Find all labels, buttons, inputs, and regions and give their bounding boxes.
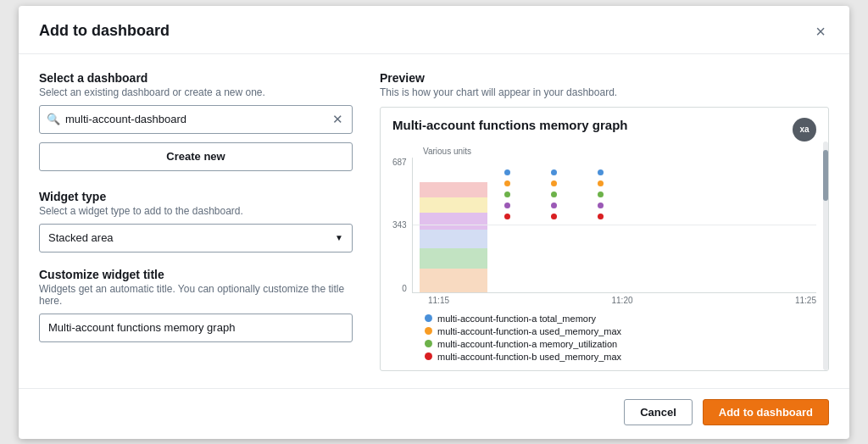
avatar: xa (793, 118, 816, 142)
widget-type-desc: Select a widget type to add to the dashb… (39, 205, 353, 217)
create-new-button[interactable]: Create new (39, 142, 353, 171)
dot (598, 191, 604, 197)
widget-title-input[interactable] (39, 314, 353, 342)
y-axis: 687 343 0 (392, 158, 407, 293)
legend-label-3: multi-account-function-a memory_utilizat… (437, 339, 617, 349)
widget-type-select[interactable]: Stacked area ▼ (39, 224, 353, 253)
legend-label-4: multi-account-function-b used_memory_max (437, 352, 621, 362)
legend-item-2: multi-account-function-a used_memory_max (425, 326, 816, 336)
preview-card-header: Multi-account functions memory graph xa (392, 118, 816, 142)
grid-line-mid (413, 225, 816, 225)
dashboard-search-input[interactable] (65, 113, 331, 125)
customize-title-label: Customize widget title (39, 268, 353, 281)
preview-card: Multi-account functions memory graph xa … (380, 107, 829, 371)
widget-type-label: Widget type (39, 190, 353, 203)
select-dashboard-desc: Select an existing dashboard or create a… (39, 86, 353, 98)
dot (551, 191, 557, 197)
legend-item-3: multi-account-function-a memory_utilizat… (425, 339, 816, 349)
scrollbar-thumb (823, 150, 828, 201)
legend-label-2: multi-account-function-a used_memory_max (437, 326, 621, 336)
right-panel: Preview This is how your chart will appe… (380, 71, 829, 371)
widget-type-section: Widget type Select a widget type to add … (39, 190, 353, 253)
backdrop: Add to dashboard × Select a dashboard Se… (0, 0, 868, 444)
close-button[interactable]: × (812, 21, 829, 42)
dot (504, 214, 510, 219)
dot (598, 203, 604, 208)
dot (598, 169, 604, 175)
dashboard-search-wrapper: 🔍 ✕ (39, 105, 353, 134)
add-to-dashboard-button[interactable]: Add to dashboard (703, 399, 829, 425)
clear-search-button[interactable]: ✕ (331, 112, 345, 127)
x-axis-labels: 11:15 11:20 11:25 (428, 296, 816, 305)
y-tick-bot: 0 (402, 284, 407, 293)
modal-header: Add to dashboard × (19, 6, 849, 54)
dot-group-1 (504, 169, 510, 219)
modal-body: Select a dashboard Select an existing da… (19, 54, 849, 385)
select-dashboard-label: Select a dashboard (39, 71, 353, 85)
dot (598, 180, 604, 186)
legend-dot-1 (425, 314, 432, 322)
dot (551, 203, 557, 208)
customize-title-desc: Widgets get an automatic title. You can … (39, 283, 353, 307)
dot (598, 214, 604, 219)
dot (551, 214, 557, 219)
chart-plot (412, 158, 816, 293)
x-tick-2: 11:20 (611, 296, 632, 305)
preview-label: Preview (380, 71, 829, 85)
chart-area: Various units 687 343 0 (392, 147, 816, 305)
x-tick-1: 11:15 (428, 296, 449, 305)
modal-footer: Cancel Add to dashboard (19, 388, 849, 439)
dropdown-arrow-icon: ▼ (335, 233, 343, 242)
modal-title: Add to dashboard (39, 22, 170, 40)
legend-dot-3 (425, 340, 432, 347)
widget-type-value: Stacked area (48, 231, 335, 244)
legend-label-1: multi-account-function-a total_memory (437, 314, 596, 324)
search-icon: 🔍 (47, 113, 60, 125)
legend-dot-4 (425, 352, 432, 360)
dot (504, 169, 510, 175)
preview-chart-title: Multi-account functions memory graph (392, 118, 628, 132)
cancel-button[interactable]: Cancel (624, 399, 693, 425)
y-axis-label: Various units (423, 147, 816, 156)
modal-dialog: Add to dashboard × Select a dashboard Se… (19, 6, 849, 439)
y-tick-mid: 343 (392, 220, 407, 230)
y-tick-top: 687 (392, 158, 407, 167)
scrollbar[interactable] (823, 142, 828, 370)
dot (504, 191, 510, 197)
x-tick-3: 11:25 (795, 296, 816, 305)
chart-container: 687 343 0 (392, 158, 816, 293)
left-panel: Select a dashboard Select an existing da… (39, 71, 353, 371)
legend-item-1: multi-account-function-a total_memory (425, 314, 816, 324)
legend-dot-2 (425, 327, 432, 335)
dot (551, 169, 557, 175)
dot-group-3 (598, 169, 604, 219)
customize-title-section: Customize widget title Widgets get an au… (39, 268, 353, 342)
dot (504, 203, 510, 208)
dot (551, 180, 557, 186)
dot (504, 180, 510, 186)
preview-desc: This is how your chart will appear in yo… (380, 86, 829, 98)
legend-item-4: multi-account-function-b used_memory_max (425, 352, 816, 362)
dot-group-2 (551, 169, 557, 219)
chart-legend: multi-account-function-a total_memory mu… (425, 314, 816, 362)
